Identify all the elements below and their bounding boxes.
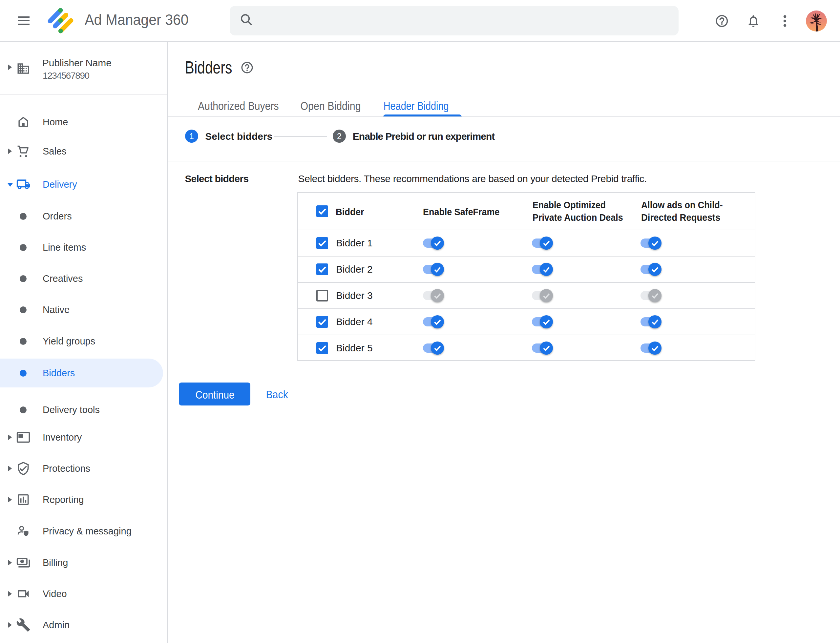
svg-text:Continue: Continue [196,388,235,401]
svg-text:Enable Optimized: Enable Optimized [533,199,606,210]
svg-text:Header Bidding: Header Bidding [384,100,449,112]
svg-text:Directed Requests: Directed Requests [641,212,720,223]
svg-text:Allow ads on Child-: Allow ads on Child- [641,199,723,210]
svg-text:Bidders: Bidders [185,57,232,77]
svg-text:Ad Manager 360: Ad Manager 360 [85,11,189,28]
svg-text:Open Bidding: Open Bidding [300,100,361,112]
svg-text:Authorized Buyers: Authorized Buyers [198,100,279,112]
svg-text:Back: Back [266,388,288,401]
svg-text:Enable SafeFrame: Enable SafeFrame [423,206,499,217]
svg-text:Bidder: Bidder [336,206,364,217]
svg-text:Private Auction Deals: Private Auction Deals [533,212,623,223]
